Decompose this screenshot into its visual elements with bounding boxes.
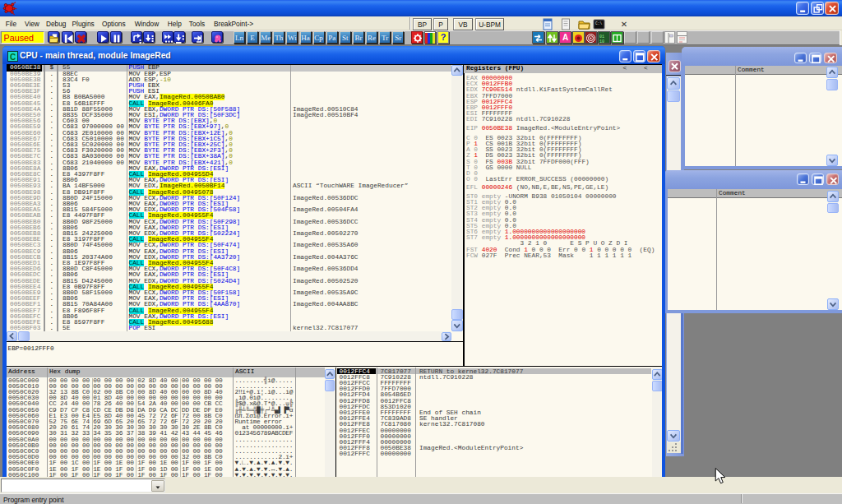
svg-text:10: 10 <box>599 39 604 44</box>
svg-text:C:\: C:\ <box>595 21 602 25</box>
